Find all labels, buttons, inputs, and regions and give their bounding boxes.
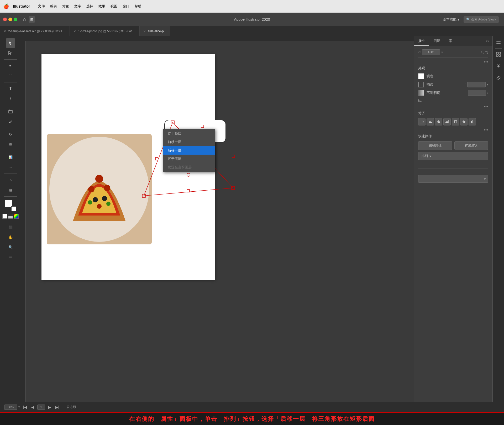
layers-icon[interactable]	[494, 38, 503, 47]
warp-tool[interactable]: 〜	[6, 162, 15, 172]
tab-close-icon[interactable]: ✕	[74, 30, 76, 33]
offset-path-button[interactable]: 偏移路径	[418, 141, 452, 150]
fx-label[interactable]: fx.	[418, 98, 488, 102]
panel-expand-button[interactable]: >>	[482, 36, 492, 46]
fill-swatch[interactable]	[418, 73, 424, 79]
selection-tool[interactable]	[6, 38, 15, 48]
context-menu-send-backward[interactable]: 后移一层	[163, 146, 215, 155]
nav-last-btn[interactable]: ▶|	[54, 405, 60, 410]
menu-item-help[interactable]: 帮助	[133, 3, 143, 9]
stroke-dropdown[interactable]: ▾	[487, 83, 488, 86]
stroke-input[interactable]: 1.13	[467, 82, 486, 87]
column-graph-tool[interactable]: ▦	[6, 185, 15, 195]
context-menu-send-to-layer[interactable]: 发送至当前图层	[163, 163, 215, 171]
align-left-btn[interactable]	[427, 118, 434, 125]
home-icon[interactable]: ⌂	[23, 17, 26, 22]
tab-layers[interactable]: 图层	[429, 36, 444, 46]
zoom-value[interactable]: 58%	[4, 405, 17, 410]
fill-none-icon[interactable]	[2, 214, 7, 219]
arrange-button[interactable]: 排列 ▾	[418, 152, 488, 160]
tab-close-icon[interactable]: ✕	[143, 30, 146, 33]
expand-shape-button[interactable]: 扩展形状	[454, 141, 489, 150]
flip-controls: ⇆ ⇅	[480, 50, 488, 55]
opacity-arrow[interactable]: ›	[487, 91, 488, 95]
nav-prev-btn[interactable]: ◀	[30, 405, 35, 410]
stroke-gradient-icon[interactable]	[8, 214, 13, 219]
hand-tool[interactable]: 🔍	[6, 243, 15, 252]
dropdown-placeholder[interactable]: ▾	[418, 175, 488, 183]
opacity-input[interactable]: 100%	[468, 90, 486, 96]
tab-assets[interactable]: ✕ 2-sample-assets.ai* @ 27.03% (CMYK/...	[0, 26, 70, 36]
minimize-button[interactable]	[8, 18, 12, 21]
menu-item-view[interactable]: 视图	[109, 3, 119, 9]
align-middle-v-btn[interactable]	[460, 118, 468, 125]
align-top-btn[interactable]	[452, 118, 459, 125]
canvas-content[interactable]	[26, 41, 414, 412]
flip-h-icon[interactable]: ⇆	[480, 50, 484, 55]
menu-item-file[interactable]: 文件	[36, 3, 46, 9]
search-bar[interactable]: 🔍 搜索 Adobe Stock	[464, 16, 499, 23]
color-spectrum-icon[interactable]	[14, 214, 19, 219]
align-bottom-btn[interactable]	[469, 118, 476, 125]
scale-tool[interactable]: ⊡	[6, 140, 15, 149]
stroke-stepper-up[interactable]: ⌃	[464, 83, 466, 86]
nav-next-btn[interactable]: ▶	[47, 405, 52, 410]
angle-input[interactable]	[422, 49, 440, 55]
transform-tool[interactable]: ⤡	[6, 175, 15, 185]
page-number[interactable]: 1	[37, 405, 45, 410]
align-center-h-btn[interactable]	[435, 118, 442, 125]
apple-menu[interactable]: 🍎	[3, 3, 9, 9]
pen-tool[interactable]: ✒	[6, 61, 15, 71]
context-menu-bring-forward[interactable]: 前移一层	[163, 138, 215, 146]
direct-selection-tool[interactable]	[6, 48, 15, 58]
menu-item-window[interactable]: 窗口	[121, 3, 131, 9]
menu-item-text[interactable]: 文字	[73, 3, 83, 9]
shape-label: 多边形	[66, 405, 76, 409]
more-options-3[interactable]: •••	[418, 128, 488, 132]
rotate-tool[interactable]: ↻	[6, 130, 15, 139]
tab-slice[interactable]: ✕ side-slice-p...	[140, 26, 170, 36]
maximize-button[interactable]	[14, 18, 17, 21]
tab-pizza[interactable]: ✕ 1-pizza-photo.jpg @ 56.31% (RGB/GPU...	[70, 26, 140, 36]
close-button[interactable]	[3, 18, 7, 21]
tab-close-icon[interactable]: ✕	[4, 30, 6, 33]
context-menu-send-to-back[interactable]: 置于底层	[163, 155, 215, 163]
menu-item-effect[interactable]: 效果	[97, 3, 107, 9]
canvas-area[interactable]	[21, 36, 414, 412]
artboard-tool[interactable]: ⬛	[6, 223, 15, 232]
svg-rect-39	[472, 120, 473, 123]
assets-icon[interactable]	[494, 50, 503, 59]
curvature-tool[interactable]: ⌒	[6, 71, 15, 81]
paintbrush-tool[interactable]: 🖌	[6, 117, 15, 126]
menu-item-edit[interactable]: 编辑	[49, 3, 59, 9]
align-section-title: 对齐	[418, 111, 488, 116]
search-icon: 🔍	[466, 18, 470, 21]
align-to-selection-btn[interactable]	[418, 118, 426, 125]
puppet-icon[interactable]	[494, 62, 503, 70]
nav-first-btn[interactable]: |◀	[22, 405, 28, 410]
rectangle-tool[interactable]	[6, 107, 15, 116]
line-tool[interactable]: /	[6, 94, 15, 103]
more-options-1[interactable]: •••	[418, 60, 488, 64]
graph-tool[interactable]: 📊	[6, 153, 15, 162]
more-options-2[interactable]: •••	[418, 104, 488, 109]
workspace-switcher[interactable]: ⊞	[29, 16, 35, 23]
context-menu-bring-to-front[interactable]: 置于顶层	[163, 129, 215, 138]
tab-library[interactable]: 库	[444, 36, 456, 46]
more-tools[interactable]: •••	[6, 253, 15, 262]
link-icon[interactable]	[494, 74, 503, 82]
stroke-swatch[interactable]	[418, 82, 424, 87]
angle-dropdown[interactable]: ▾	[441, 50, 443, 54]
stroke-color[interactable]	[11, 206, 16, 211]
workspace-selector[interactable]: 基本功能 ▾	[443, 17, 459, 22]
svg-rect-0	[9, 111, 12, 113]
tab-properties[interactable]: 属性	[414, 36, 429, 46]
color-swatches[interactable]	[5, 200, 16, 211]
flip-v-icon[interactable]: ⇅	[485, 50, 488, 55]
type-tool[interactable]: T	[6, 84, 15, 93]
menu-item-select[interactable]: 选择	[85, 3, 95, 9]
align-right-btn[interactable]	[443, 118, 451, 125]
zoom-tool[interactable]: ✋	[6, 233, 15, 242]
zoom-dropdown[interactable]: ▾	[18, 405, 20, 409]
menu-item-object[interactable]: 对象	[61, 3, 71, 9]
